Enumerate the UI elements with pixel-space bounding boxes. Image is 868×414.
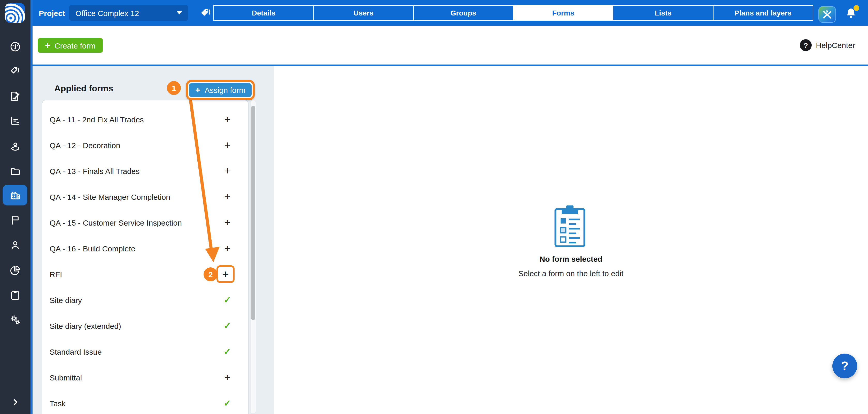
floating-help-button[interactable]: ? <box>832 354 857 378</box>
form-name: Site diary <box>50 296 220 304</box>
project-label: Project <box>39 0 65 26</box>
form-name: Submittal <box>50 373 220 382</box>
project-tags-icon[interactable] <box>200 8 211 18</box>
form-row[interactable]: QA - 12 - Decoration+ <box>42 132 248 158</box>
secondary-toolbar: + Create form ? HelpCenter <box>33 26 868 65</box>
form-row[interactable]: RFI2+ <box>42 261 248 287</box>
assign-plus-button[interactable]: + <box>220 372 235 382</box>
sidebar-item-reports-icon[interactable] <box>4 111 26 131</box>
tab-forms[interactable]: Forms <box>513 6 613 20</box>
app-window: Project Office Complex 12 DetailsUsersGr… <box>0 0 868 414</box>
sidebar <box>0 0 30 414</box>
form-name: Standard Issue <box>50 347 220 356</box>
chevron-down-icon <box>177 11 182 14</box>
assign-plus-button[interactable]: + <box>220 192 235 202</box>
assign-plus-button[interactable]: + <box>220 243 235 253</box>
sidebar-item-tags-icon[interactable] <box>4 61 26 81</box>
assign-plus-button[interactable]: + <box>220 140 235 150</box>
empty-state-subtitle: Select a form on the left to edit <box>274 269 868 278</box>
scrollbar-thumb[interactable] <box>251 106 255 320</box>
sidebar-accent-strip <box>30 0 33 414</box>
plus-icon: + <box>195 86 200 95</box>
form-name: Site diary (extended) <box>50 321 220 330</box>
form-row[interactable]: Submittal+ <box>42 365 248 390</box>
form-row[interactable]: Standard Issue✓ <box>42 339 248 365</box>
sidebar-item-settings-icon[interactable] <box>4 309 26 330</box>
sidebar-item-forms-icon[interactable] <box>4 86 26 107</box>
sidebar-item-site-team-icon[interactable] <box>4 136 26 157</box>
sidebar-item-contacts-icon[interactable] <box>4 235 26 255</box>
tab-groups[interactable]: Groups <box>413 6 513 20</box>
empty-state-title: No form selected <box>274 254 868 263</box>
form-name: QA - 12 - Decoration <box>50 141 220 149</box>
sidebar-item-projects-icon[interactable] <box>4 185 26 206</box>
form-name: RFI <box>50 270 204 278</box>
notification-badge <box>854 5 859 11</box>
applied-forms-column: Applied forms 1 + Assign form QA - 11 - … <box>33 66 274 414</box>
form-name: QA - 15 - Customer Service Inspection <box>50 218 220 227</box>
tab-details[interactable]: Details <box>214 6 313 20</box>
form-row[interactable]: QA - 13 - Finals All Trades+ <box>42 158 248 184</box>
form-name: Task <box>50 399 220 408</box>
plus-icon: + <box>45 41 51 50</box>
clipboard-form-icon <box>554 204 586 248</box>
create-form-button[interactable]: + Create form <box>38 38 102 53</box>
question-mark-icon: ? <box>800 39 812 51</box>
form-row[interactable]: QA - 15 - Customer Service Inspection+ <box>42 210 248 235</box>
form-name: QA - 11 - 2nd Fix All Trades <box>50 115 220 124</box>
sidebar-expand-button[interactable] <box>9 395 22 409</box>
project-selector-value: Office Complex 12 <box>75 8 139 17</box>
project-tabs: DetailsUsersGroupsFormsListsPlans and la… <box>213 5 813 21</box>
tab-plans-and-layers[interactable]: Plans and layers <box>713 6 813 20</box>
forms-list-panel: QA - 11 - 2nd Fix All Trades+QA - 12 - D… <box>42 100 249 414</box>
assign-form-button[interactable]: + Assign form <box>189 83 252 97</box>
assign-plus-button[interactable]: + <box>220 166 235 176</box>
assign-plus-button[interactable]: + <box>220 217 235 228</box>
app-logo <box>5 3 25 23</box>
annotation-highlight-ring: + Assign form <box>186 80 255 100</box>
assigned-check-icon: ✓ <box>220 321 235 330</box>
annotation-step-2-badge: 2 <box>204 267 218 281</box>
form-row[interactable]: Task✓ <box>42 390 248 414</box>
notifications-bell-icon[interactable] <box>845 7 858 20</box>
sidebar-item-dashboard-icon[interactable] <box>4 36 26 57</box>
assigned-check-icon: ✓ <box>220 347 235 356</box>
top-navigation-bar: Project Office Complex 12 DetailsUsersGr… <box>33 0 868 26</box>
apps-switcher-icon[interactable] <box>818 6 836 23</box>
assign-plus-button[interactable]: + <box>220 114 235 125</box>
sidebar-item-analytics-icon[interactable] <box>4 260 26 280</box>
form-name: QA - 13 - Finals All Trades <box>50 167 220 175</box>
sidebar-item-documents-icon[interactable] <box>4 161 26 181</box>
form-row[interactable]: QA - 14 - Site Manager Completion+ <box>42 184 248 210</box>
form-row[interactable]: QA - 16 - Build Complete+ <box>42 235 248 261</box>
tab-lists[interactable]: Lists <box>613 6 713 20</box>
help-center-link[interactable]: ? HelpCenter <box>800 26 855 65</box>
form-row[interactable]: Site diary✓ <box>42 287 248 313</box>
tab-users[interactable]: Users <box>313 6 413 20</box>
assigned-check-icon: ✓ <box>220 296 235 304</box>
form-row[interactable]: QA - 11 - 2nd Fix All Trades+ <box>42 106 248 132</box>
applied-forms-title: Applied forms <box>54 83 114 94</box>
sidebar-item-flags-icon[interactable] <box>4 210 26 231</box>
sidebar-item-tasks-icon[interactable] <box>4 284 26 305</box>
annotation-step-1-badge: 1 <box>167 81 181 95</box>
form-name: QA - 16 - Build Complete <box>50 244 220 253</box>
form-name: QA - 14 - Site Manager Completion <box>50 192 220 201</box>
form-row[interactable]: Site diary (extended)✓ <box>42 313 248 339</box>
assign-plus-button-highlighted[interactable]: + <box>216 265 235 283</box>
form-editor-area: No form selected Select a form on the le… <box>274 66 868 414</box>
project-selector-dropdown[interactable]: Office Complex 12 <box>69 5 188 21</box>
assigned-check-icon: ✓ <box>220 399 235 408</box>
